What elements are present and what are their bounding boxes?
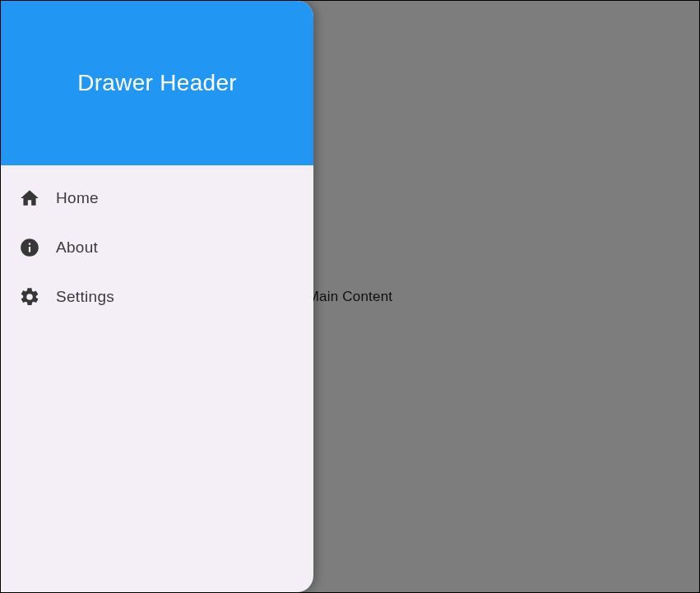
drawer-item-about[interactable]: About <box>1 223 313 272</box>
settings-icon <box>19 286 40 308</box>
drawer-item-label: Home <box>56 189 99 207</box>
home-icon <box>19 188 40 209</box>
drawer-item-settings[interactable]: Settings <box>1 272 313 322</box>
drawer-item-label: Settings <box>56 288 114 306</box>
navigation-drawer: Drawer Header Home About Settings <box>1 1 313 592</box>
info-icon <box>19 237 40 258</box>
drawer-header: Drawer Header <box>1 1 313 165</box>
drawer-header-title: Drawer Header <box>77 70 237 96</box>
drawer-list: Home About Settings <box>1 165 313 322</box>
app-frame: Main Content Drawer Header Home About <box>1 1 699 592</box>
drawer-item-home[interactable]: Home <box>1 174 313 223</box>
drawer-item-label: About <box>56 239 98 257</box>
